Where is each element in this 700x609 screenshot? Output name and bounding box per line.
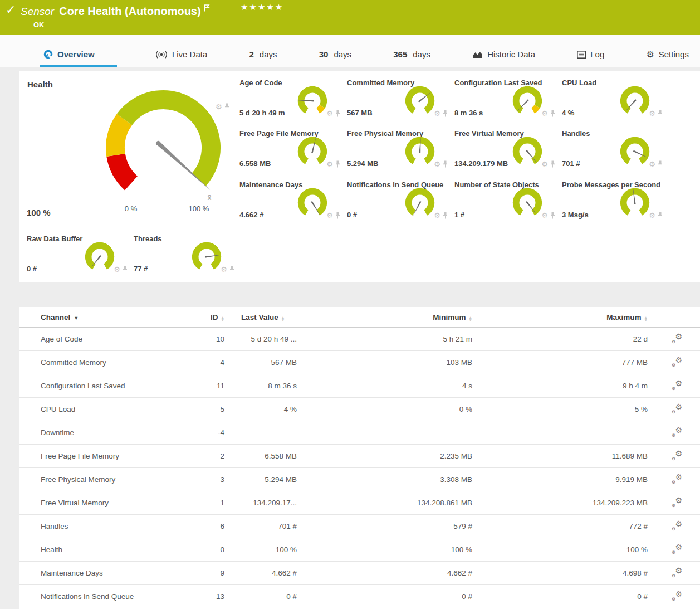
column-header-last-value[interactable]: Last Value▲▼ xyxy=(224,313,297,321)
tab-365-days[interactable]: 365 days xyxy=(390,50,434,67)
tile-configuration-last-saved[interactable]: Configuration Last Saved 8 m 36 s ⚙ xyxy=(454,77,556,125)
tile-number-of-state-objects[interactable]: Number of State Objects 1 # ⚙ xyxy=(454,179,556,227)
tile-threads[interactable]: Threads 77 # ⚙ xyxy=(134,233,235,281)
tab-overview[interactable]: Overview xyxy=(40,50,117,67)
channel-settings-icon[interactable]: ⚙⚙ xyxy=(672,475,682,484)
channel-settings-icon[interactable]: ⚙⚙ xyxy=(672,405,682,414)
gear-icon[interactable]: ⚙ xyxy=(114,266,120,273)
tile-free-physical-memory[interactable]: Free Physical Memory 5.294 MB ⚙ xyxy=(347,128,448,176)
gear-icon[interactable]: ⚙ xyxy=(216,103,222,110)
tab-live-data[interactable]: Live Data xyxy=(152,50,211,67)
column-header-maximum[interactable]: Maximum▲▼ xyxy=(472,313,648,321)
channel-settings-icon[interactable]: ⚙⚙ xyxy=(672,381,682,391)
column-header-id[interactable]: ID▲▼ xyxy=(180,313,224,321)
channel-name[interactable]: Free Physical Memory xyxy=(19,475,180,484)
channel-settings-icon[interactable]: ⚙⚙ xyxy=(672,545,682,554)
gear-icon[interactable]: ⚙ xyxy=(541,110,548,117)
pin-icon[interactable] xyxy=(443,160,448,168)
tile-age-of-code[interactable]: Age of Code 5 d 20 h 49 m ⚙ xyxy=(239,77,341,125)
tab-30-days[interactable]: 30 days xyxy=(316,50,355,67)
column-header-channel[interactable]: Channel▼ xyxy=(19,313,180,321)
table-row: Notifications in Send Queue 13 0 # 0 # 0… xyxy=(19,585,700,608)
sort-icon[interactable]: ▲▼ xyxy=(644,316,648,321)
broadcast-icon xyxy=(155,50,168,59)
channel-name[interactable]: CPU Load xyxy=(19,405,180,413)
pin-icon[interactable] xyxy=(335,160,340,168)
tile-handles[interactable]: Handles 701 # ⚙ xyxy=(562,128,663,176)
gear-icon[interactable]: ⚙ xyxy=(434,160,440,168)
channel-name[interactable]: Health xyxy=(19,545,180,554)
tile-probe-messages-per-second[interactable]: Probe Messages per Second 3 Msg/s ⚙ xyxy=(562,179,663,227)
tab-settings[interactable]: ⚙ Settings xyxy=(643,50,692,67)
pin-icon[interactable] xyxy=(658,110,663,117)
channel-settings-icon[interactable]: ⚙⚙ xyxy=(672,568,682,578)
pin-icon[interactable] xyxy=(443,110,448,117)
gear-icon[interactable]: ⚙ xyxy=(541,160,548,168)
gear-icon[interactable]: ⚙ xyxy=(434,110,440,117)
tile-free-page-file-memory[interactable]: Free Page File Memory 6.558 MB ⚙ xyxy=(239,128,341,176)
gear-icon[interactable]: ⚙ xyxy=(649,160,655,168)
pin-icon[interactable] xyxy=(224,103,229,110)
gear-icon[interactable]: ⚙ xyxy=(326,110,333,117)
pin-icon[interactable] xyxy=(335,212,340,219)
gear-icon[interactable]: ⚙ xyxy=(649,212,655,219)
channel-name[interactable]: Maintenance Days xyxy=(19,569,180,577)
tile-cpu-load[interactable]: CPU Load 4 % ⚙ xyxy=(562,77,663,125)
pin-icon[interactable] xyxy=(229,266,234,273)
channel-settings-icon[interactable]: ⚙⚙ xyxy=(672,522,682,531)
gear-icon[interactable]: ⚙ xyxy=(434,212,440,219)
priority-stars[interactable]: ★★★★★ xyxy=(241,2,283,12)
pin-icon[interactable] xyxy=(550,110,555,117)
gear-icon[interactable]: ⚙ xyxy=(541,212,548,219)
health-gauge[interactable]: x̄ xyxy=(88,82,235,210)
tile-free-virtual-memory[interactable]: Free Virtual Memory 134.209.179 MB ⚙ xyxy=(454,128,556,176)
channel-name[interactable]: Free Page File Memory xyxy=(19,452,180,460)
channel-name[interactable]: Committed Memory xyxy=(19,358,180,367)
channel-name[interactable]: Free Virtual Memory xyxy=(19,499,180,507)
channel-settings-icon[interactable]: ⚙⚙ xyxy=(672,428,682,437)
channel-settings-icon[interactable]: ⚙⚙ xyxy=(672,498,682,508)
gear-icon[interactable]: ⚙ xyxy=(649,110,655,117)
tile-committed-memory[interactable]: Committed Memory 567 MB ⚙ xyxy=(347,77,448,125)
channel-name[interactable]: Handles xyxy=(19,522,180,530)
mini-gauge xyxy=(403,134,437,168)
tab-historic-data[interactable]: Historic Data xyxy=(469,50,539,67)
health-gauge-title: Health xyxy=(27,80,53,89)
sort-icon[interactable]: ▲▼ xyxy=(281,316,285,321)
tab-log[interactable]: Log xyxy=(574,50,608,67)
flag-icon[interactable] xyxy=(204,4,210,13)
channel-settings-icon[interactable]: ⚙⚙ xyxy=(672,592,682,601)
log-icon xyxy=(577,51,586,59)
status-badge: OK xyxy=(33,21,45,29)
pin-icon[interactable] xyxy=(123,266,128,273)
channel-name[interactable]: Age of Code xyxy=(19,335,180,343)
column-header-minimum[interactable]: Minimum▲▼ xyxy=(297,313,472,321)
channel-settings-icon[interactable]: ⚙⚙ xyxy=(672,358,682,367)
pin-icon[interactable] xyxy=(658,212,663,219)
pin-icon[interactable] xyxy=(550,212,555,219)
gear-icon[interactable]: ⚙ xyxy=(221,266,227,273)
gear-icon[interactable]: ⚙ xyxy=(326,212,333,219)
channel-name[interactable]: Notifications in Send Queue xyxy=(19,592,180,601)
sensor-status-header: ✓ SensorCore Health (Autonomous) ★★★★★ O… xyxy=(0,0,700,35)
mini-gauge xyxy=(295,83,330,118)
tile-maintenance-days[interactable]: Maintenance Days 4.662 # ⚙ xyxy=(239,179,341,227)
pin-icon[interactable] xyxy=(335,110,340,117)
tile-raw-data-buffer[interactable]: Raw Data Buffer 0 # ⚙ xyxy=(27,233,128,281)
tab-label: Log xyxy=(590,50,604,59)
tab-2-days[interactable]: 2 days xyxy=(246,50,280,67)
gear-icon[interactable]: ⚙ xyxy=(326,160,333,168)
channel-name[interactable]: Downtime xyxy=(19,428,180,437)
tab-label: Settings xyxy=(659,50,689,59)
pin-icon[interactable] xyxy=(658,160,663,168)
tile-notifications-in-send-queue[interactable]: Notifications in Send Queue 0 # ⚙ xyxy=(347,179,448,227)
gear-icon: ⚙ xyxy=(646,51,654,59)
pin-icon[interactable] xyxy=(443,212,448,219)
channel-name[interactable]: Configuration Last Saved xyxy=(19,382,180,390)
channel-settings-icon[interactable]: ⚙⚙ xyxy=(672,334,682,344)
table-row: Configuration Last Saved 11 8 m 36 s 4 s… xyxy=(19,374,700,398)
tab-label: Overview xyxy=(57,50,95,59)
mini-gauge xyxy=(510,185,545,220)
pin-icon[interactable] xyxy=(550,160,555,168)
channel-settings-icon[interactable]: ⚙⚙ xyxy=(672,451,682,461)
